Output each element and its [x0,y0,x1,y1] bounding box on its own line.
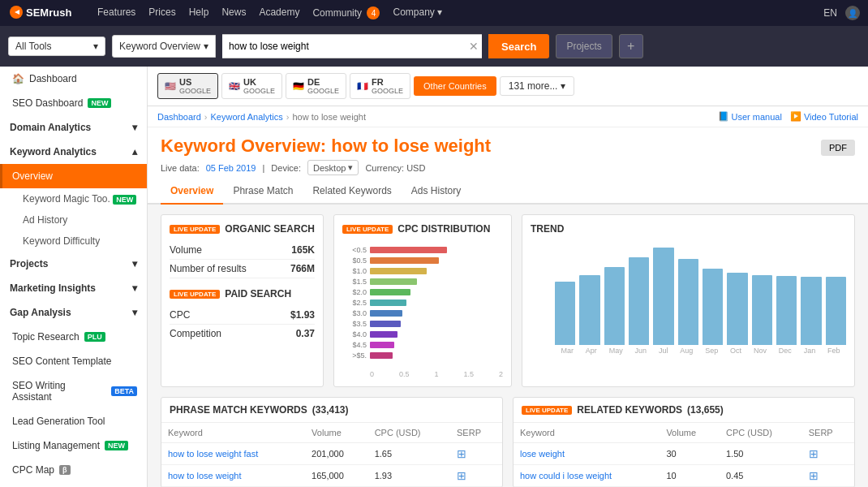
sidebar-item-marketing-insights[interactable]: Marketing Insights ▾ [0,276,147,300]
country-tab-uk[interactable]: 🇬🇧 UK GOOGLE [221,73,282,99]
trend-axis-label: Dec [779,347,792,355]
trend-title: TREND [531,223,846,235]
phrase-vol-2: 165,000 [305,465,368,487]
tab-overview[interactable]: Overview [161,179,223,205]
serp-icon-2[interactable]: ⊞ [457,469,466,482]
all-tools-dropdown[interactable]: All Tools ▾ [8,37,105,56]
nav-academy[interactable]: Academy [259,6,299,19]
cpc-bar [370,310,402,317]
phrase-kw-1[interactable]: how to lose weight fast [168,449,258,459]
keyword-difficulty-label: Keyword Difficulty [23,235,100,247]
seo-dashboard-label: SEO Dashboard [12,97,83,109]
sidebar-item-ad-history[interactable]: Ad History [0,209,147,231]
nav-features[interactable]: Features [97,6,135,19]
other-countries-button[interactable]: Other Countries [414,76,496,96]
cpc-bar-row: >$5. [342,351,503,360]
device-selector[interactable]: Desktop ▾ [307,160,359,175]
keyword-overview-select[interactable]: Keyword Overview ▾ [112,35,216,58]
cpc-bar-row: $0.5 [342,256,503,265]
country-tab-us[interactable]: 🇺🇸 US GOOGLE [157,73,218,99]
trend-chart: MarAprMayJunJulAugSepOctNovDecJanFeb [531,239,846,369]
sidebar-item-domain-analytics[interactable]: Domain Analytics ▾ [0,115,147,140]
nav-company[interactable]: Company ▾ [393,6,442,19]
country-tab-fr[interactable]: 🇫🇷 FR GOOGLE [350,73,410,99]
breadcrumb-current: how to lose weight [292,112,366,122]
trend-axis-label: Sep [705,347,718,355]
trend-axis-label: Oct [730,347,741,355]
sidebar-item-seo-content-template[interactable]: SEO Content Template [0,349,147,373]
search-clear-icon[interactable]: ✕ [469,40,479,53]
nav-help[interactable]: Help [189,6,209,19]
trend-axis-label: Nov [754,347,767,355]
logo[interactable]: SEMrush [8,4,81,23]
sidebar-item-listing-management[interactable]: Listing Management NEW [0,433,147,458]
search-input[interactable] [222,34,482,58]
search-button[interactable]: Search [488,34,549,58]
nav-items: Features Prices Help News Academy Commun… [97,6,823,19]
trend-bar [678,259,698,345]
breadcrumb-keyword-analytics[interactable]: Keyword Analytics [211,112,283,122]
other-countries-dropdown[interactable]: 131 more... ▾ [500,76,575,96]
related-col-serp: SERP [802,423,854,443]
cpc-bar-label: $0.5 [342,256,367,265]
phrase-kw-2[interactable]: how to lose weight [168,471,242,481]
uk-engine: GOOGLE [243,87,275,95]
sidebar-item-lead-gen[interactable]: Lead Generation Tool [0,409,147,433]
main-content: 🇺🇸 US GOOGLE 🇬🇧 UK GOOGLE 🇩🇪 DE GOOGLE [148,67,868,487]
tab-related-keywords[interactable]: Related Keywords [303,179,401,205]
sidebar-item-keyword-analytics[interactable]: Keyword Analytics ▴ [0,140,147,164]
language-selector[interactable]: EN [823,7,837,19]
nav-news[interactable]: News [221,6,246,19]
sidebar-item-cpc-map[interactable]: CPC Map β [0,458,147,482]
sidebar-item-gap-analysis[interactable]: Gap Analysis ▾ [0,300,147,325]
phrase-cpc-2: 1.93 [368,465,450,487]
sidebar-item-keyword-difficulty[interactable]: Keyword Difficulty [0,231,147,252]
sidebar-item-my-reports[interactable]: My Reports ▾ [0,482,147,487]
projects-label: Projects [566,41,601,52]
pdf-button[interactable]: PDF [821,140,855,156]
sidebar-item-projects[interactable]: Projects ▾ [0,252,147,276]
user-avatar[interactable]: 👤 [845,6,860,20]
projects-button[interactable]: Projects [556,34,612,58]
related-serp-1[interactable]: ⊞ [809,447,819,460]
sidebar-item-seo-dashboard[interactable]: SEO Dashboard NEW [0,91,147,115]
user-manual-button[interactable]: 📘 User manual [718,111,782,122]
add-project-button[interactable]: + [619,34,643,58]
related-kw-2[interactable]: how could i lose weight [520,471,612,481]
trend-axis-label: Jun [635,347,647,355]
cpc-map-label: CPC Map [12,464,54,476]
trend-axis-label: Mar [561,347,574,355]
paid-title: live update PAID SEARCH [170,288,315,300]
sidebar-item-keyword-magic[interactable]: Keyword Magic Too. NEW [0,188,147,209]
trend-bar [826,277,846,345]
breadcrumb-dashboard[interactable]: Dashboard [157,112,201,122]
competition-label: Competition [170,328,221,339]
cpc-row: CPC $1.93 [170,306,315,325]
related-live-badge: live update [522,406,572,415]
serp-icon-1[interactable]: ⊞ [457,447,466,460]
cpc-bar-row: $4.0 [342,330,503,338]
metrics-section: live update ORGANIC SEARCH Volume 165K N… [148,205,868,397]
related-kw-1[interactable]: lose weight [520,449,565,459]
country-tab-de[interactable]: 🇩🇪 DE GOOGLE [286,73,346,99]
us-name: US [179,77,211,87]
sidebar-item-dashboard[interactable]: 🏠 Dashboard [0,67,147,91]
related-serp-2[interactable]: ⊞ [809,469,819,482]
cpc-value: $1.93 [290,309,315,321]
top-navigation: SEMrush Features Prices Help News Academ… [0,0,868,26]
sidebar-item-overview[interactable]: Overview [0,164,147,188]
seo-writing-label: SEO Writing Assistant [12,380,106,403]
cpc-dist-title: live update CPC DISTRIBUTION [342,223,503,235]
tab-phrase-match[interactable]: Phrase Match [223,179,303,205]
sidebar-item-seo-writing[interactable]: SEO Writing Assistant BETA [0,373,147,409]
nav-community[interactable]: Community 4 [312,6,380,19]
nav-prices[interactable]: Prices [148,6,175,19]
cpc-bar-label: $1.5 [342,278,367,286]
lead-gen-label: Lead Generation Tool [12,416,105,427]
tab-ads-history[interactable]: Ads History [402,179,471,205]
sidebar-item-topic-research[interactable]: Topic Research PLU [0,325,147,349]
video-tutorial-button[interactable]: ▶️ Video Tutorial [790,111,858,122]
cpc-bar [370,342,394,348]
home-icon: 🏠 [12,73,24,84]
kw-date[interactable]: 05 Feb 2019 [206,163,256,173]
